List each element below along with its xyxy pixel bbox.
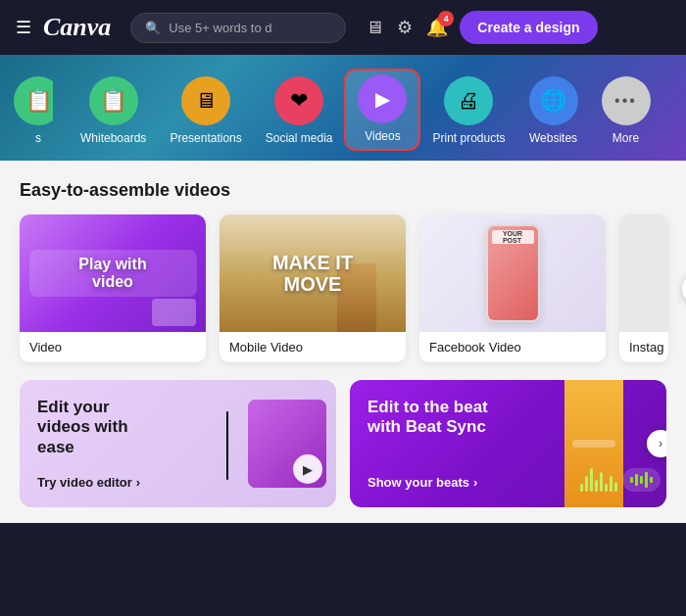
- sidebar-item-partial[interactable]: 📋 s: [8, 72, 69, 151]
- mobile-video-thumb: MAKE ITMOVE: [220, 214, 406, 332]
- video-card-mobile[interactable]: MAKE ITMOVE Mobile Video: [220, 214, 406, 362]
- promo-card-beat-sync[interactable]: Edit to the beat with Beat Sync Show you…: [350, 380, 666, 507]
- websites-icon: 🌐: [529, 76, 578, 125]
- video-card-label-video: Video: [20, 332, 206, 362]
- presentations-label: Presentations: [170, 131, 241, 145]
- search-bar[interactable]: 🔍 Use 5+ words to d: [130, 13, 346, 43]
- video-card-label-mobile: Mobile Video: [220, 332, 406, 362]
- partial-icon: 📋: [14, 76, 63, 125]
- phone-mockup: YOURPOST: [486, 224, 540, 322]
- hamburger-icon[interactable]: ☰: [16, 17, 31, 38]
- video-thumb: Play withvideo: [20, 214, 206, 332]
- promo-card-video-editor[interactable]: Edit your videos with ease Try video edi…: [20, 380, 336, 507]
- category-nav: 📋 s 📋 Whiteboards 🖥 Presentations ❤ Soci…: [0, 55, 686, 161]
- video-card-video[interactable]: Play withvideo Video: [20, 214, 206, 362]
- gear-icon[interactable]: ⚙: [397, 17, 413, 38]
- monitor-icon[interactable]: 🖥: [366, 18, 383, 38]
- search-placeholder: Use 5+ words to d: [169, 21, 271, 35]
- video-card-label-instagram: Instag: [619, 332, 668, 362]
- sidebar-item-print-products[interactable]: 🖨 Print products: [420, 72, 516, 151]
- social-media-label: Social media: [266, 131, 333, 145]
- sidebar-item-more[interactable]: ••• More: [590, 72, 662, 151]
- promo-cards-row: Edit your videos with ease Try video edi…: [20, 380, 666, 507]
- videos-icon: ▶: [358, 74, 407, 123]
- next-arrow-promo[interactable]: ›: [647, 430, 666, 457]
- instagram-thumb: [619, 214, 668, 332]
- section-title: Easy-to-assemble videos: [20, 180, 666, 201]
- promo-title-left: Edit your videos with ease: [37, 398, 165, 457]
- video-card-instagram[interactable]: Instag: [619, 214, 668, 362]
- sidebar-item-presentations[interactable]: 🖥 Presentations: [158, 72, 253, 151]
- promo-decoration-left: ▶: [248, 400, 326, 488]
- notification-bell[interactable]: 🔔 4: [426, 17, 448, 38]
- header-icons: 🖥 ⚙ 🔔 4: [366, 17, 448, 38]
- next-arrow-videos[interactable]: ›: [682, 274, 686, 304]
- category-items: 📋 s 📋 Whiteboards 🖥 Presentations ❤ Soci…: [0, 69, 670, 151]
- video-card-label-facebook: Facebook Video: [419, 332, 606, 362]
- videos-label: Videos: [365, 129, 400, 143]
- notification-badge: 4: [438, 11, 454, 26]
- search-icon: 🔍: [145, 21, 161, 35]
- promo-arrow-left: ›: [136, 475, 140, 490]
- more-label: More: [612, 131, 639, 145]
- social-media-icon: ❤: [274, 76, 323, 125]
- more-icon: •••: [602, 76, 651, 125]
- facebook-video-thumb: YOURPOST: [419, 214, 606, 332]
- main-content: Easy-to-assemble videos Play withvideo V…: [0, 161, 686, 523]
- whiteboards-icon: 📋: [89, 76, 138, 125]
- sidebar-item-whiteboards[interactable]: 📋 Whiteboards: [69, 72, 158, 151]
- sidebar-item-videos[interactable]: ▶ Videos: [344, 69, 420, 151]
- logo: Canva: [43, 13, 111, 42]
- sidebar-item-websites[interactable]: 🌐 Websites: [517, 72, 590, 151]
- print-products-label: Print products: [432, 131, 505, 145]
- sidebar-item-social-media[interactable]: ❤ Social media: [254, 72, 345, 151]
- header: ☰ Canva 🔍 Use 5+ words to d 🖥 ⚙ 🔔 4 Crea…: [0, 0, 686, 55]
- websites-label: Websites: [529, 131, 577, 145]
- create-design-button[interactable]: Create a design: [460, 11, 597, 44]
- whiteboards-label: Whiteboards: [80, 131, 146, 145]
- print-products-icon: 🖨: [444, 76, 493, 125]
- video-card-facebook[interactable]: YOURPOST Facebook Video: [419, 214, 606, 362]
- partial-label: s: [35, 131, 41, 145]
- promo-arrow-right: ›: [473, 475, 477, 490]
- promo-title-right: Edit to the beat with Beat Sync: [368, 398, 505, 438]
- presentations-icon: 🖥: [181, 76, 230, 125]
- video-cards-row: Play withvideo Video MAKE ITMOVE Mobile …: [20, 214, 666, 362]
